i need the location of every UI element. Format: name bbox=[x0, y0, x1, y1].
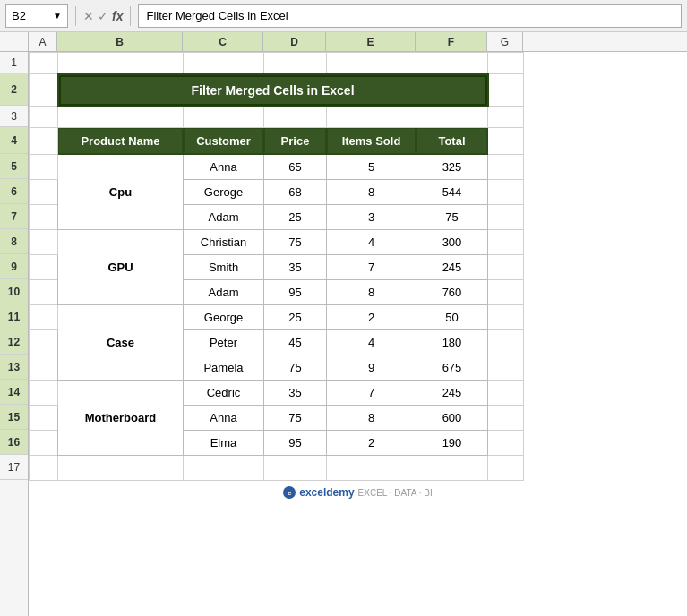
cell-g16[interactable] bbox=[488, 431, 524, 456]
cell-a10[interactable] bbox=[30, 280, 58, 305]
cell-d10[interactable]: 95 bbox=[264, 280, 327, 305]
cell-d3[interactable] bbox=[264, 107, 327, 128]
cell-g1[interactable] bbox=[488, 53, 524, 74]
cell-b17[interactable] bbox=[58, 456, 184, 481]
cell-price-header[interactable]: Price bbox=[264, 128, 327, 155]
cell-d11[interactable]: 25 bbox=[264, 305, 327, 330]
cell-a8[interactable] bbox=[30, 230, 58, 255]
cell-c14[interactable]: Cedric bbox=[184, 381, 264, 406]
cell-f1[interactable] bbox=[416, 53, 488, 74]
cell-d14[interactable]: 35 bbox=[264, 381, 327, 406]
cell-e5[interactable]: 5 bbox=[327, 155, 416, 180]
cell-a15[interactable] bbox=[30, 406, 58, 431]
cell-f9[interactable]: 245 bbox=[416, 255, 488, 280]
cell-b1[interactable] bbox=[58, 53, 184, 74]
cell-c6[interactable]: Geroge bbox=[184, 180, 264, 205]
row-header-15[interactable]: 15 bbox=[0, 405, 28, 430]
cell-g9[interactable] bbox=[488, 255, 524, 280]
cell-a13[interactable] bbox=[30, 355, 58, 381]
motherboard-product-cell[interactable]: Motherboard bbox=[58, 381, 184, 456]
cell-f7[interactable]: 75 bbox=[416, 205, 488, 230]
cell-c12[interactable]: Peter bbox=[184, 330, 264, 355]
cell-g10[interactable] bbox=[488, 280, 524, 305]
cell-g11[interactable] bbox=[488, 305, 524, 330]
cell-a4[interactable] bbox=[30, 128, 58, 155]
cell-c9[interactable]: Smith bbox=[184, 255, 264, 280]
cell-g7[interactable] bbox=[488, 205, 524, 230]
cell-c5[interactable]: Anna bbox=[184, 155, 264, 180]
col-header-a[interactable]: A bbox=[29, 32, 57, 51]
cell-f10[interactable]: 760 bbox=[416, 280, 488, 305]
cell-total-header[interactable]: Total bbox=[416, 128, 488, 155]
cell-d5[interactable]: 65 bbox=[264, 155, 327, 180]
cell-c16[interactable]: Elma bbox=[184, 431, 264, 456]
cell-e12[interactable]: 4 bbox=[327, 330, 416, 355]
cell-g12[interactable] bbox=[488, 330, 524, 355]
cell-f15[interactable]: 600 bbox=[416, 406, 488, 431]
cell-d15[interactable]: 75 bbox=[264, 406, 327, 431]
cell-e3[interactable] bbox=[327, 107, 416, 128]
gpu-product-cell[interactable]: GPU bbox=[58, 230, 184, 305]
title-cell[interactable]: Filter Merged Cells in Excel bbox=[58, 74, 488, 107]
row-header-12[interactable]: 12 bbox=[0, 329, 28, 355]
cell-g17[interactable] bbox=[488, 456, 524, 481]
cell-a12[interactable] bbox=[30, 330, 58, 355]
cell-d1[interactable] bbox=[264, 53, 327, 74]
row-header-4[interactable]: 4 bbox=[0, 127, 28, 154]
cell-a7[interactable] bbox=[30, 205, 58, 230]
col-header-f[interactable]: F bbox=[416, 32, 487, 51]
cell-e16[interactable]: 2 bbox=[327, 431, 416, 456]
cell-f17[interactable] bbox=[416, 456, 488, 481]
cell-e1[interactable] bbox=[327, 53, 416, 74]
cell-a5[interactable] bbox=[30, 155, 58, 180]
cell-c8[interactable]: Christian bbox=[184, 230, 264, 255]
cell-d16[interactable]: 95 bbox=[264, 431, 327, 456]
cell-d12[interactable]: 45 bbox=[264, 330, 327, 355]
cell-c10[interactable]: Adam bbox=[184, 280, 264, 305]
cell-e8[interactable]: 4 bbox=[327, 230, 416, 255]
cell-d17[interactable] bbox=[264, 456, 327, 481]
row-header-13[interactable]: 13 bbox=[0, 355, 28, 380]
cell-g14[interactable] bbox=[488, 381, 524, 406]
cell-e14[interactable]: 7 bbox=[327, 381, 416, 406]
cell-e7[interactable]: 3 bbox=[327, 205, 416, 230]
cell-a6[interactable] bbox=[30, 180, 58, 205]
cell-a9[interactable] bbox=[30, 255, 58, 280]
row-header-7[interactable]: 7 bbox=[0, 204, 28, 229]
function-icon[interactable]: fx bbox=[112, 9, 123, 23]
cell-f16[interactable]: 190 bbox=[416, 431, 488, 456]
cell-items-header[interactable]: Items Sold bbox=[327, 128, 416, 155]
cell-e11[interactable]: 2 bbox=[327, 305, 416, 330]
row-header-5[interactable]: 5 bbox=[0, 154, 28, 179]
formula-bar[interactable]: Filter Merged Cells in Excel bbox=[138, 4, 682, 28]
cell-f3[interactable] bbox=[416, 107, 488, 128]
row-header-17[interactable]: 17 bbox=[0, 455, 28, 480]
row-header-8[interactable]: 8 bbox=[0, 229, 28, 254]
cell-e15[interactable]: 8 bbox=[327, 406, 416, 431]
cell-g3[interactable] bbox=[488, 107, 524, 128]
confirm-icon[interactable]: ✓ bbox=[98, 9, 108, 23]
col-header-b[interactable]: B bbox=[57, 32, 183, 51]
cell-customer-header[interactable]: Customer bbox=[184, 128, 264, 155]
cell-a2[interactable] bbox=[30, 74, 58, 107]
cell-c3[interactable] bbox=[184, 107, 264, 128]
cell-d6[interactable]: 68 bbox=[264, 180, 327, 205]
cell-g15[interactable] bbox=[488, 406, 524, 431]
cell-g2[interactable] bbox=[488, 74, 524, 107]
cell-d13[interactable]: 75 bbox=[264, 355, 327, 381]
cell-e9[interactable]: 7 bbox=[327, 255, 416, 280]
cell-f8[interactable]: 300 bbox=[416, 230, 488, 255]
cell-g13[interactable] bbox=[488, 355, 524, 381]
cell-f5[interactable]: 325 bbox=[416, 155, 488, 180]
cell-c11[interactable]: George bbox=[184, 305, 264, 330]
cell-c13[interactable]: Pamela bbox=[184, 355, 264, 381]
cell-a17[interactable] bbox=[30, 456, 58, 481]
col-header-g[interactable]: G bbox=[487, 32, 523, 51]
cell-d9[interactable]: 35 bbox=[264, 255, 327, 280]
cell-g8[interactable] bbox=[488, 230, 524, 255]
row-header-3[interactable]: 3 bbox=[0, 106, 28, 127]
cell-d7[interactable]: 25 bbox=[264, 205, 327, 230]
row-header-9[interactable]: 9 bbox=[0, 254, 28, 279]
row-header-10[interactable]: 10 bbox=[0, 279, 28, 304]
cancel-icon[interactable]: ✕ bbox=[83, 9, 94, 23]
